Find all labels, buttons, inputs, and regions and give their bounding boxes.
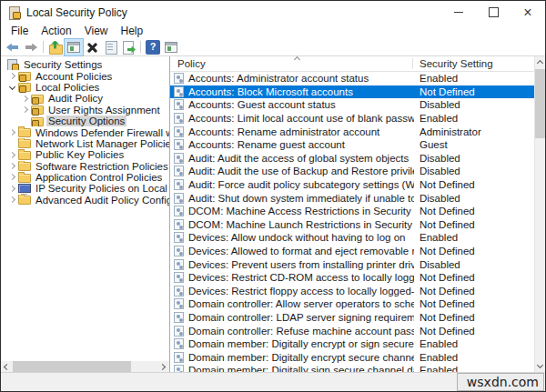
close-button[interactable]	[511, 1, 545, 24]
policy-row[interactable]: Domain controller: Refuse machine accoun…	[170, 324, 534, 337]
policy-row[interactable]: Audit: Force audit policy subcategory se…	[170, 178, 534, 192]
policy-row[interactable]: Accounts: Guest account statusDisabled	[170, 98, 534, 112]
tree-item-local-policies[interactable]: Local Policies	[1, 82, 169, 93]
policy-row[interactable]: Audit: Shut down system immediately if u…	[170, 191, 534, 205]
policy-row[interactable]: Devices: Allowed to format and eject rem…	[170, 245, 534, 258]
policy-name: Devices: Restrict floppy access to local…	[188, 286, 414, 297]
tree-item-user-rights-assignment[interactable]: User Rights Assignment	[1, 105, 169, 116]
chevron-right-icon[interactable]	[20, 105, 31, 116]
chevron-right-icon[interactable]	[7, 149, 18, 160]
policy-setting: Not Defined	[420, 86, 475, 97]
policy-icon	[174, 272, 184, 283]
policy-row[interactable]: Accounts: Administrator account statusEn…	[170, 72, 534, 85]
minimize-button[interactable]	[441, 1, 476, 24]
policy-row[interactable]: Domain member: Digitally encrypt or sign…	[170, 337, 534, 351]
show-console-tree-button[interactable]	[65, 39, 83, 55]
chevron-right-icon[interactable]	[7, 126, 18, 137]
policy-setting: Not Defined	[420, 312, 475, 323]
tree-item-network-list-manager-policies[interactable]: Network List Manager Policies	[1, 138, 169, 149]
chevron-right-icon[interactable]	[7, 183, 18, 194]
policy-row[interactable]: DCOM: Machine Access Restrictions in Sec…	[170, 205, 534, 218]
policy-name: Accounts: Limit local account use of bla…	[188, 113, 414, 124]
scroll-up-icon[interactable]	[535, 56, 545, 68]
chevron-down-icon[interactable]	[7, 82, 18, 93]
policy-row[interactable]: Domain controller: LDAP server signing r…	[170, 311, 534, 325]
tree-item-public-key-policies[interactable]: Public Key Policies	[1, 149, 169, 160]
folder-lock-icon	[31, 116, 44, 126]
tree-item-account-policies[interactable]: Account Policies	[1, 70, 169, 81]
horizontal-scroll-thumb[interactable]	[13, 361, 131, 372]
policy-row[interactable]: Domain member: Digitally encrypt secure …	[170, 350, 534, 364]
tree-item-security-options[interactable]: Security Options	[1, 116, 169, 126]
tree-item-label: Public Key Policies	[34, 149, 126, 160]
up-one-level-button[interactable]	[46, 39, 65, 55]
policy-row[interactable]: Domain member: Digitally sign secure cha…	[170, 364, 534, 372]
maximize-button[interactable]	[476, 1, 511, 24]
arrow-right-icon	[24, 40, 38, 55]
export-list-icon	[121, 40, 136, 55]
policy-name: Domain controller: Refuse machine accoun…	[188, 326, 414, 337]
tree-item-label: Application Control Policies	[34, 172, 164, 183]
chevron-right-icon[interactable]	[7, 161, 18, 172]
tree-item-ip-security-policies-on-local-compute[interactable]: IP Security Policies on Local Compute	[1, 183, 169, 194]
policy-row[interactable]: Devices: Prevent users from installing p…	[170, 257, 534, 271]
back-button[interactable]	[4, 39, 22, 55]
tree-item-application-control-policies[interactable]: Application Control Policies	[1, 172, 169, 183]
policy-row[interactable]: Domain controller: Allow server operator…	[170, 297, 534, 311]
policy-row[interactable]: Devices: Allow undock without having to …	[170, 231, 534, 245]
menu-help[interactable]: Help	[115, 25, 150, 37]
policy-row[interactable]: Audit: Audit the use of Backup and Resto…	[170, 165, 534, 178]
tree-item-audit-policy[interactable]: Audit Policy	[1, 93, 169, 104]
policy-name: Audit: Audit the use of Backup and Resto…	[188, 166, 414, 176]
column-header-security-setting[interactable]: Security Setting	[420, 58, 493, 69]
delete-button[interactable]	[83, 39, 101, 55]
policy-name: Accounts: Rename guest account	[188, 139, 414, 150]
column-divider[interactable]	[412, 58, 413, 69]
folder-icon	[18, 150, 31, 160]
sort-ascending-icon	[294, 56, 301, 61]
column-header-policy[interactable]: Policy	[177, 58, 206, 69]
policy-name: Domain controller: LDAP server signing r…	[188, 312, 414, 323]
menu-action[interactable]: Action	[35, 25, 77, 37]
export-list-button[interactable]	[119, 39, 137, 55]
policy-row[interactable]: Accounts: Rename guest accountGuest	[170, 138, 534, 152]
policy-row[interactable]: Devices: Restrict CD-ROM access to local…	[170, 271, 534, 285]
list-header: Policy Security Setting	[170, 56, 534, 72]
tree-item-label: Security Settings	[22, 59, 104, 70]
tree-item-windows-defender-firewall-with-adva[interactable]: Windows Defender Firewall with Adva	[1, 126, 169, 137]
scroll-left-icon[interactable]	[1, 361, 12, 372]
chevron-right-icon[interactable]	[7, 172, 18, 183]
menu-file[interactable]: File	[5, 25, 35, 37]
policy-row[interactable]: Audit: Audit the access of global system…	[170, 152, 534, 166]
window-controls	[441, 1, 545, 24]
properties-button[interactable]	[101, 39, 119, 55]
menu-view[interactable]: View	[78, 25, 115, 37]
policy-icon	[174, 113, 184, 124]
policy-row[interactable]: Accounts: Block Microsoft accountsNot De…	[170, 85, 534, 99]
new-window-button[interactable]	[162, 39, 180, 55]
tree-item-security-settings[interactable]: Security Settings	[1, 59, 169, 70]
policy-row[interactable]: Accounts: Rename administrator accountAd…	[170, 125, 534, 138]
policy-row[interactable]: Devices: Restrict floppy access to local…	[170, 285, 534, 298]
tree-items: Security SettingsAccount PoliciesLocal P…	[1, 59, 169, 206]
scroll-down-icon[interactable]	[535, 360, 545, 372]
policy-row[interactable]: DCOM: Machine Launch Restrictions in Sec…	[170, 218, 534, 232]
policy-setting: Disabled	[420, 153, 460, 164]
chevron-right-icon[interactable]	[7, 70, 18, 81]
forward-button[interactable]	[22, 39, 40, 55]
tree-item-advanced-audit-policy-configuration[interactable]: Advanced Audit Policy Configuration	[1, 195, 169, 206]
help-icon	[146, 40, 160, 55]
tree-item-software-restriction-policies[interactable]: Software Restriction Policies	[1, 161, 169, 172]
policy-icon	[174, 259, 184, 270]
tree-horizontal-scrollbar[interactable]	[1, 361, 169, 372]
chevron-right-icon[interactable]	[7, 195, 18, 206]
vertical-scroll-thumb[interactable]	[535, 69, 545, 138]
tree-item-label: Local Policies	[34, 82, 101, 93]
scroll-right-icon[interactable]	[158, 361, 169, 372]
chevron-right-icon[interactable]	[20, 93, 31, 104]
policy-setting: Enabled	[420, 338, 458, 349]
policy-row[interactable]: Accounts: Limit local account use of bla…	[170, 112, 534, 126]
list-vertical-scrollbar[interactable]	[534, 56, 545, 372]
help-button[interactable]	[144, 39, 162, 55]
main-area: Security SettingsAccount PoliciesLocal P…	[1, 56, 545, 372]
